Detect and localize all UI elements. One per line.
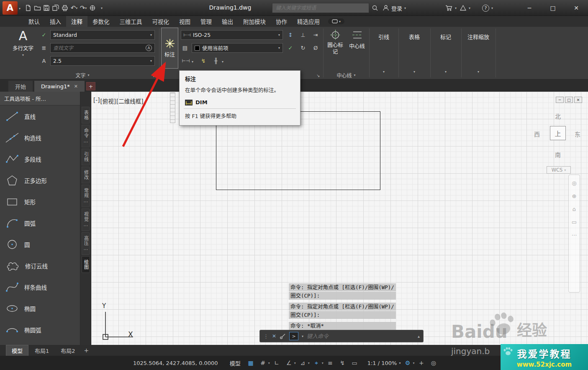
save-icon[interactable] [43,3,50,13]
dim-break-icon[interactable]: ⊢⊣ [182,56,190,65]
close-button[interactable]: ✕ [565,0,588,16]
viewcube-west-label[interactable]: 西 [534,130,540,138]
dim-layer-select[interactable]: 使用当前项 ▾ [192,43,283,53]
zoom-icon[interactable]: ⌂ [573,206,576,212]
ribbon-tab-view[interactable]: 视图 [174,16,195,27]
new-file-icon[interactable] [24,3,32,13]
command-input[interactable] [307,333,414,339]
command-tools-icon[interactable] [280,333,286,339]
dim-button[interactable]: 标注 [161,28,178,69]
ribbon-tab-visualize[interactable]: 可视化 [147,16,175,27]
ribbon-tab-manage[interactable]: 管理 [195,16,217,27]
tool-palette-header[interactable]: 工具选项板 - 所… [0,92,80,105]
palette-tool-rectangle[interactable]: 矩形 [0,191,80,212]
palette-group-tab[interactable]: 表格 [82,107,90,123]
snap-dropdown-icon[interactable]: ▾ [268,361,270,365]
find-text-box[interactable]: A [50,43,155,53]
dim-continue-icon[interactable]: ╫ [212,56,220,65]
search-button[interactable] [372,3,378,13]
centerline-button[interactable]: 中心线 [347,29,367,50]
text-height-select[interactable]: 2.5 ▾ [50,56,155,66]
viewport-view-control[interactable]: [俯视] [100,97,116,105]
leader-panel-button[interactable]: 引线 ▾ [370,28,398,77]
wcs-button[interactable]: WCS ▾ [547,166,571,174]
navigation-bar[interactable]: ◎ ⊕ ⌂ ▭ ⋯ [568,175,580,293]
app-menu-chevron-icon[interactable]: ▾ [19,7,21,10]
help-search-box[interactable] [272,3,369,13]
ribbon-display-options-button[interactable]: ▾ [328,18,344,24]
ribbon-tab-addins[interactable]: 附加模块 [238,16,271,27]
ortho-toggle-icon[interactable]: ∟ [272,358,282,368]
dim-style-select[interactable]: ⊢⊣ ISO-25 ▾ [181,30,283,40]
settings-gear-icon[interactable]: ⚙ [402,358,413,368]
center-mark-button[interactable]: 圆心标记 [325,29,346,55]
dim-dialog-launcher-icon[interactable]: ↘ [316,73,320,78]
ribbon-tab-output[interactable]: 输出 [217,16,238,27]
annotation-scale-panel-button[interactable]: 注释缩放 ▾ [462,28,495,77]
find-text-input[interactable] [53,45,146,51]
dim-break-dropdown-icon[interactable]: ▾ [192,60,193,64]
dim-diameter-icon[interactable]: Ø [311,43,320,52]
palette-tool-ellipse-arc[interactable]: 椭圆弧 [0,319,80,340]
markup-panel-button[interactable]: 标记 ▾ [431,28,460,77]
palette-group-tab-active[interactable]: 绘图 [82,256,90,273]
text-height-icon[interactable]: A [40,56,48,65]
orbit-icon[interactable]: ▭ [572,219,577,225]
workspace-icon[interactable] [89,3,96,13]
save-as-icon[interactable] [52,3,59,13]
command-cancel-icon[interactable]: ✕ [272,333,276,339]
customization-icon[interactable]: + [416,358,426,368]
text-panel-footer[interactable]: 文字 ▾ [10,72,155,79]
settings-dropdown-icon[interactable]: ▾ [413,361,414,365]
ribbon-tab-3dtools[interactable]: 三维工具 [115,16,147,27]
pan-icon[interactable]: ⊕ [572,193,577,199]
viewcube-east-label[interactable]: 东 [575,130,580,138]
plot-icon[interactable] [61,3,69,13]
minimize-button[interactable]: ─ [518,0,541,16]
viewcube-south-label[interactable]: 南 [555,150,561,159]
selection-cycling-icon[interactable]: ▭ [349,358,360,368]
drawing-restore-icon[interactable]: □ [565,97,573,103]
file-tab-start[interactable]: 开始 [8,81,33,92]
text-dialog-launcher-icon[interactable]: ↘ [151,73,155,78]
palette-group-tab[interactable]: 视觉… [82,208,90,231]
model-space-button[interactable]: 模型 [226,358,244,368]
grid-toggle-icon[interactable]: ▦ [246,358,256,368]
ribbon-tab-annotate[interactable]: 注释 [66,16,87,27]
object-snap-dropdown-icon[interactable]: ▾ [322,361,324,365]
command-line-bar[interactable]: ⋮ ✕ > ▾ ▴ [259,330,424,342]
viewcube-north-label[interactable]: 北 [555,112,561,120]
new-drawing-tab-button[interactable]: + [86,82,95,90]
app-store-button[interactable]: ▾ [445,3,457,13]
isodraft-dropdown-icon[interactable]: ▾ [308,361,310,365]
viewport-style-control[interactable]: [二维线框] [116,97,144,105]
palette-tool-revision-cloud[interactable]: 修订云线 [0,255,80,276]
help-button[interactable]: ? ▾ [482,3,493,13]
dim-update-icon[interactable]: ↻ [299,43,307,52]
palette-tool-spline[interactable]: 样条曲线 [0,276,80,298]
dim-continue-dropdown-icon[interactable]: ▾ [222,60,223,64]
open-folder-icon[interactable] [33,3,41,13]
new-layout-button[interactable]: + [84,347,89,354]
spell-check-icon[interactable]: ✓ [40,30,48,39]
text-style-select[interactable]: Standard ▾ [50,30,155,40]
showmotion-icon[interactable]: ⋯ [572,232,577,238]
object-snap-icon[interactable]: ⌖ [311,358,322,368]
palette-group-tab[interactable]: 引线 [82,149,90,165]
ribbon-tab-featured-apps[interactable]: 精选应用 [292,16,325,27]
command-bar-grip-icon[interactable]: ⋮ [263,333,269,339]
file-tab-close-icon[interactable]: ✕ [74,84,78,89]
sign-in-button[interactable]: 登录 ▾ [383,3,406,13]
dim-vertical-icon[interactable]: ↕ [286,30,295,39]
help-search-input[interactable] [276,5,365,11]
palette-tool-ellipse[interactable]: 椭圆 [0,298,80,319]
layout-tab-layout2[interactable]: 布局2 [55,345,80,356]
palette-tool-construction-line[interactable]: 构造线 [0,127,80,148]
ribbon-tab-parametric[interactable]: 参数化 [87,16,115,27]
isodraft-icon[interactable]: ⊿ [298,358,308,368]
maximize-button[interactable]: □ [541,0,565,16]
drawing-canvas[interactable]: [-] [俯视] [二维线框] ─ □ ✕ 北 西 上 东 南 WCS ▾ ◎ … [91,92,588,345]
text-align-icon[interactable]: ≣ [40,43,48,52]
ribbon-tab-insert[interactable]: 插入 [45,16,66,27]
palette-tool-arc[interactable]: 圆弧 [0,212,80,234]
